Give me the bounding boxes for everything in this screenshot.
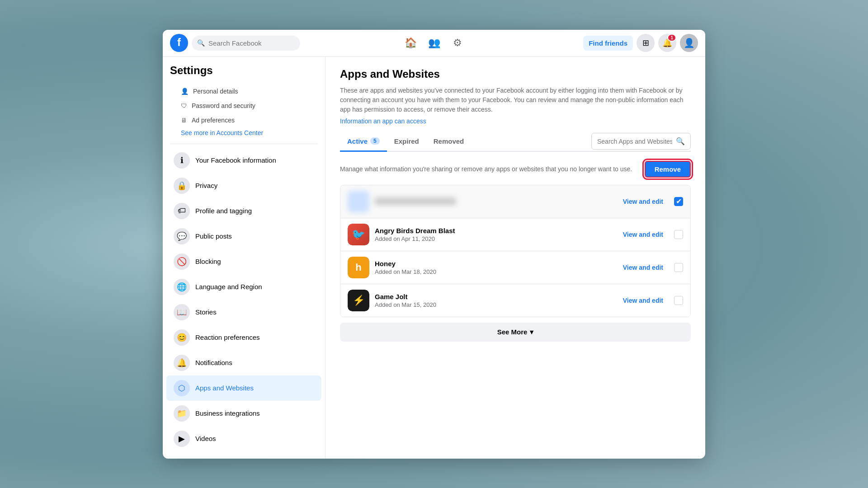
sidebar-item-language-region[interactable]: 🌐 Language and Region	[166, 274, 321, 300]
content-area: Apps and Websites These are apps and web…	[326, 57, 705, 459]
profile-tagging-icon: 🏷	[174, 203, 190, 219]
tab-active-badge: 5	[370, 137, 380, 145]
view-edit-link-2[interactable]: View and edit	[623, 231, 663, 238]
find-friends-button[interactable]: Find friends	[583, 36, 633, 51]
chevron-down-icon: ▾	[530, 328, 533, 336]
sidebar-item-videos[interactable]: ▶ Videos	[166, 426, 321, 451]
table-row: ⚡ Game Jolt Added on Mar 15, 2020 View a…	[340, 284, 690, 317]
manage-row: Manage what information you're sharing o…	[340, 161, 691, 178]
reaction-preferences-label: Reaction preferences	[195, 333, 260, 341]
angry-birds-image: 🐦	[348, 224, 369, 245]
sidebar-password-security[interactable]: 🛡 Password and security	[166, 99, 321, 113]
language-region-icon: 🌐	[174, 279, 190, 295]
personal-details-icon: 👤	[181, 88, 189, 95]
tab-active[interactable]: Active 5	[340, 132, 387, 152]
tab-expired[interactable]: Expired	[387, 132, 426, 152]
notifications-button[interactable]: 🔔 1	[658, 34, 676, 52]
app-icon-gamejolt: ⚡	[348, 290, 369, 311]
search-input[interactable]	[208, 39, 295, 47]
your-info-icon: ℹ	[174, 152, 190, 169]
manage-text: Manage what information you're sharing o…	[340, 165, 645, 173]
app-date-gamejolt: Added on Mar 15, 2020	[375, 301, 623, 308]
avatar[interactable]: 👤	[680, 34, 698, 52]
tab-expired-label: Expired	[394, 137, 419, 145]
privacy-label: Privacy	[195, 182, 217, 189]
profile-tagging-label: Profile and tagging	[195, 207, 252, 215]
password-security-icon: 🛡	[181, 102, 187, 109]
sidebar-item-public-posts[interactable]: 💬 Public posts	[166, 224, 321, 249]
see-more-accounts-center-link[interactable]: See more in Accounts Center	[166, 127, 321, 138]
grid-menu-button[interactable]: ⊞	[637, 34, 655, 52]
sidebar-item-notifications[interactable]: 🔔 Notifications	[166, 350, 321, 375]
view-edit-link-1[interactable]: View and edit	[623, 198, 663, 205]
public-posts-label: Public posts	[195, 232, 232, 240]
page-description: These are apps and websites you've conne…	[340, 86, 691, 114]
app-info-gamejolt: Game Jolt Added on Mar 15, 2020	[375, 293, 623, 308]
table-row: 🐦 Angry Birds Dream Blast Added on Apr 1…	[340, 218, 690, 251]
blocking-label: Blocking	[195, 258, 221, 265]
sidebar-item-stories[interactable]: 📖 Stories	[166, 300, 321, 325]
remove-button[interactable]: Remove	[645, 161, 691, 178]
sidebar-item-reaction-preferences[interactable]: 😊 Reaction preferences	[166, 325, 321, 350]
business-integrations-icon: 📁	[174, 405, 190, 422]
app-icon-angry-birds: 🐦	[348, 224, 369, 245]
sidebar-item-apps-websites[interactable]: ⬡ Apps and Websites	[166, 375, 321, 401]
view-edit-link-3[interactable]: View and edit	[623, 264, 663, 271]
notifications-sidebar-icon: 🔔	[174, 355, 190, 371]
info-link[interactable]: Information an app can access	[340, 117, 426, 125]
reaction-preferences-icon: 😊	[174, 329, 190, 346]
app-checkbox-3[interactable]	[674, 263, 683, 272]
stories-icon: 📖	[174, 304, 190, 320]
sidebar-item-business-integrations[interactable]: 📁 Business integrations	[166, 401, 321, 426]
app-name-honey: Honey	[375, 260, 623, 267]
language-region-label: Language and Region	[195, 283, 262, 291]
privacy-icon: 🔒	[174, 178, 190, 194]
see-more-button[interactable]: See More ▾	[340, 323, 691, 342]
public-posts-icon: 💬	[174, 228, 190, 244]
nav-right: Find friends ⊞ 🔔 1 👤	[583, 34, 698, 52]
notifications-label: Notifications	[195, 359, 232, 366]
app-checkbox-2[interactable]	[674, 230, 683, 239]
search-bar[interactable]: 🔍	[192, 36, 300, 51]
app-checkbox-4[interactable]	[674, 296, 683, 305]
personal-details-label: Personal details	[193, 88, 238, 95]
sidebar-personal-details[interactable]: 👤 Personal details	[166, 84, 321, 99]
home-nav-button[interactable]: 🏠	[400, 32, 421, 54]
sidebar-ad-preferences[interactable]: 🖥 Ad preferences	[166, 113, 321, 127]
tabs-list: Active 5 Expired Removed	[340, 132, 471, 151]
page-title: Apps and Websites	[340, 68, 691, 80]
app-info-angry-birds: Angry Birds Dream Blast Added on Apr 11,…	[375, 227, 623, 242]
apps-websites-label: Apps and Websites	[195, 384, 254, 392]
honey-image: h	[348, 257, 369, 278]
sidebar-item-blocking[interactable]: 🚫 Blocking	[166, 249, 321, 274]
app-info-honey: Honey Added on Mar 18, 2020	[375, 260, 623, 275]
business-integrations-label: Business integrations	[195, 409, 260, 417]
sidebar-item-privacy[interactable]: 🔒 Privacy	[166, 173, 321, 198]
ad-preferences-icon: 🖥	[181, 117, 187, 124]
main-layout: Settings 👤 Personal details 🛡 Password a…	[163, 57, 705, 459]
ad-preferences-label: Ad preferences	[192, 117, 235, 124]
search-apps-input[interactable]	[597, 138, 672, 145]
sidebar-item-your-facebook-info[interactable]: ℹ Your Facebook information	[166, 148, 321, 173]
search-apps-bar[interactable]: 🔍	[591, 133, 691, 150]
videos-icon: ▶	[174, 431, 190, 447]
tab-active-label: Active	[347, 137, 368, 145]
app-name-gamejolt: Game Jolt	[375, 293, 623, 300]
tab-removed[interactable]: Removed	[426, 132, 472, 152]
sidebar-item-profile-tagging[interactable]: 🏷 Profile and tagging	[166, 198, 321, 224]
videos-label: Videos	[195, 435, 216, 442]
sidebar-divider	[170, 144, 318, 144]
view-edit-link-4[interactable]: View and edit	[623, 297, 663, 304]
notification-badge: 1	[667, 34, 676, 42]
groups-nav-button[interactable]: ⚙	[447, 32, 468, 54]
app-checkbox-1[interactable]: ✔	[674, 197, 683, 206]
stories-label: Stories	[195, 308, 217, 316]
app-name-blurred	[375, 197, 456, 205]
friends-nav-button[interactable]: 👥	[423, 32, 445, 54]
sidebar-title: Settings	[163, 64, 325, 82]
blocking-icon: 🚫	[174, 253, 190, 270]
tabs-bar: Active 5 Expired Removed 🔍	[340, 132, 691, 152]
app-date-angry-birds: Added on Apr 11, 2020	[375, 235, 623, 242]
nav-center: 🏠 👥 ⚙	[400, 32, 468, 54]
app-name-angry-birds: Angry Birds Dream Blast	[375, 227, 623, 235]
